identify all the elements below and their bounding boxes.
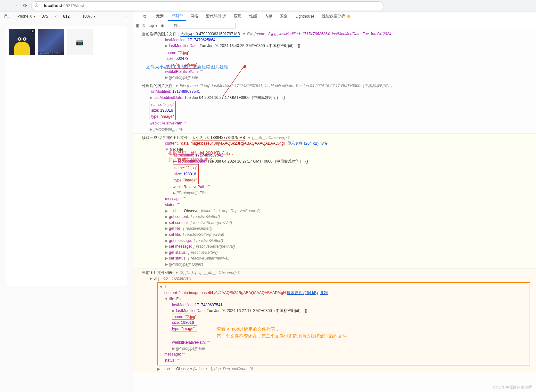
context-select[interactable]: top ▾: [149, 23, 157, 28]
tab-application[interactable]: 应用: [231, 12, 245, 21]
forward-icon[interactable]: →: [13, 3, 18, 9]
tab-network[interactable]: 网络: [187, 12, 202, 21]
phone-viewport: × MINION OF STEEL 📷: [6, 26, 127, 286]
height-input[interactable]: [61, 14, 72, 19]
console-log-3[interactable]: 读取完成后得到的图片文件，大小为：0.1888427734375 MB ▼ {_…: [133, 134, 536, 269]
image-thumb-1[interactable]: ×: [9, 29, 35, 55]
reload-icon[interactable]: ⟳: [23, 3, 27, 9]
inspect-icon[interactable]: ⟐: [136, 14, 141, 19]
site-info-icon[interactable]: ⓘ: [35, 3, 41, 8]
close-icon[interactable]: ×: [31, 29, 35, 33]
device-select[interactable]: iPhone X▾: [16, 14, 35, 19]
red-box-file-read: name: "2.jpg" size: 198016 type: "image": [173, 164, 199, 184]
dimensions-label: 尺寸:: [4, 13, 12, 19]
watermark: CSDN @无解的菜鸟晖: [493, 385, 532, 390]
clear-console-icon[interactable]: ⊘: [142, 23, 145, 28]
device-toggle-icon[interactable]: ⧉: [142, 14, 147, 19]
back-icon[interactable]: ←: [3, 3, 8, 9]
tab-lighthouse[interactable]: Lighthouse: [292, 12, 317, 21]
zoom-select[interactable]: 100%▾: [82, 14, 95, 19]
console-log-4[interactable]: 当前图片文件列表 ▼ (2) [{…}, {…}, __ob__: Observ…: [133, 269, 536, 373]
upload-placeholder[interactable]: 📷: [67, 29, 93, 55]
size-highlight-blue: 大小为：0.4792003631591797 MB: [180, 32, 240, 37]
annotation-blue: 文件大小超过 0.4 MB，需要压缩图片处理: [146, 64, 228, 71]
tab-perf-insights[interactable]: 性能数据分析 👆: [319, 12, 354, 21]
tab-memory[interactable]: 内存: [261, 12, 276, 21]
filter-input[interactable]: [172, 23, 236, 28]
console-output: 当前选择的图片文件，大小为：0.4792003631591797 MB ▼ Fi…: [133, 30, 536, 392]
device-preview-panel: 尺寸: iPhone X▾ × 100%▾ ⋮ × MINION OF STEE…: [0, 12, 133, 392]
console-filter-bar: ▣ ⊘ top ▾ ◉: [133, 21, 536, 30]
url-bar[interactable]: ⓘ localhost:9527/#/test: [31, 1, 383, 10]
red-box-file-compressed: name: "2.jpg" size: 198016 type: "image": [150, 101, 176, 121]
tab-elements[interactable]: 元素: [153, 12, 167, 21]
tab-performance[interactable]: 性能: [246, 12, 260, 21]
annotation-red: 根据代码，处理到 200 KB 左右，并且被成功读取出来了: [168, 150, 235, 164]
tab-console[interactable]: 控制台: [168, 12, 186, 21]
orange-box-list-item: ▼ 1: content: "data:image;base64,/9j/4AA…: [157, 282, 530, 365]
tab-sources[interactable]: 源代码/来源: [203, 12, 229, 21]
devtools-tabs: ⟐ ⧉ 元素 控制台 网络 源代码/来源 应用 性能 内存 安全 Lightho…: [133, 12, 536, 21]
eye-icon[interactable]: ◉: [161, 23, 164, 28]
console-log-2[interactable]: 处理后的图片文件 ▼ File {name: '2.jpg', lastModi…: [133, 82, 536, 134]
image-thumb-2[interactable]: MINION OF STEEL: [38, 29, 64, 55]
more-icon[interactable]: ⋮: [125, 14, 129, 19]
camera-icon: 📷: [76, 38, 84, 46]
sidebar-toggle-icon[interactable]: ▣: [136, 23, 139, 28]
device-toolbar: 尺寸: iPhone X▾ × 100%▾ ⋮: [0, 12, 133, 21]
url-text: localhost:9527/#/test: [44, 3, 84, 8]
browser-address-bar: ← → ⟳ ⓘ localhost:9527/#/test: [0, 0, 536, 12]
console-log-1[interactable]: 当前选择的图片文件，大小为：0.4792003631591797 MB ▼ Fi…: [133, 30, 536, 82]
devtools-panel: ⟐ ⧉ 元素 控制台 网络 源代码/来源 应用 性能 内存 安全 Lightho…: [133, 12, 536, 392]
width-input[interactable]: [39, 14, 51, 19]
annotation-orange: 查看 v-model 绑定的文件列表，第一个文件不变还在，第二个文件也正确地写入…: [217, 326, 347, 340]
size-highlight-red: 大小为：0.1888427734375 MB: [192, 135, 245, 140]
tab-security[interactable]: 安全: [277, 12, 291, 21]
orange-box-file: name: "2.jpg" size: 198016 type: "image": [172, 314, 197, 332]
